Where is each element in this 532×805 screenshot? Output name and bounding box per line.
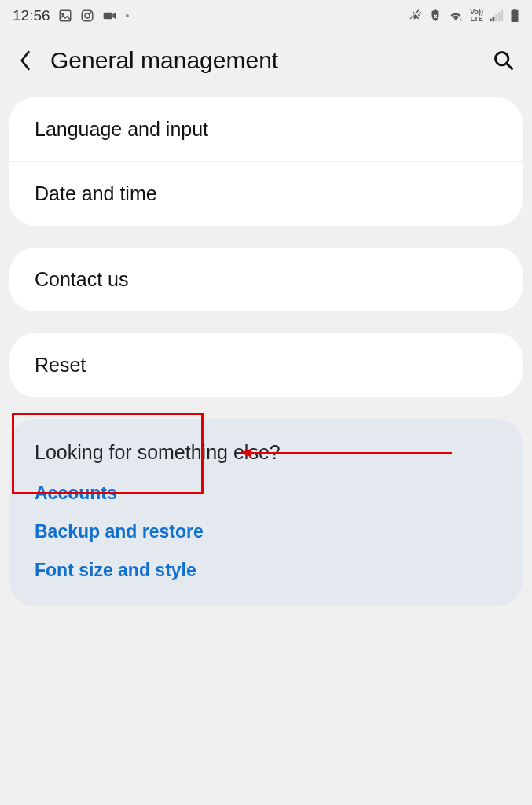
svg-point-1 xyxy=(61,13,63,15)
instagram-icon xyxy=(80,9,94,23)
contact-us-item[interactable]: Contact us xyxy=(9,248,523,311)
svg-rect-10 xyxy=(498,13,501,22)
battery-icon xyxy=(510,9,519,23)
video-icon xyxy=(102,9,118,23)
page-title: General management xyxy=(50,47,475,74)
status-left: 12:56 • xyxy=(13,7,129,24)
status-right: + Vo)) LTE xyxy=(409,9,519,23)
status-time: 12:56 xyxy=(13,7,50,24)
vibrate-icon xyxy=(409,9,423,23)
suggestions-card: Looking for something else? Accounts Bac… xyxy=(9,419,523,606)
signal-icon xyxy=(490,9,504,22)
lte-indicator: Vo)) LTE xyxy=(470,9,483,23)
svg-rect-12 xyxy=(513,9,516,10)
svg-rect-8 xyxy=(493,17,495,21)
status-bar: 12:56 • + Vo)) LTE xyxy=(0,0,532,31)
chevron-left-icon xyxy=(19,50,31,71)
svg-text:+: + xyxy=(460,17,463,23)
svg-point-4 xyxy=(90,12,91,13)
svg-rect-5 xyxy=(103,13,112,19)
search-icon xyxy=(493,50,515,72)
suggestion-backup[interactable]: Backup and restore xyxy=(35,521,497,542)
date-time-item[interactable]: Date and time xyxy=(9,162,523,226)
svg-rect-11 xyxy=(501,10,503,21)
suggestions-title: Looking for something else? xyxy=(35,441,497,464)
language-input-item[interactable]: Language and input xyxy=(9,97,523,162)
suggestion-font[interactable]: Font size and style xyxy=(35,560,497,581)
dot-icon: • xyxy=(126,9,130,22)
header: General management xyxy=(0,31,532,97)
svg-point-3 xyxy=(85,13,90,18)
gallery-icon xyxy=(58,9,72,23)
settings-group-1: Language and input Date and time xyxy=(9,97,523,226)
wifi-icon: + xyxy=(448,9,464,22)
data-saver-icon xyxy=(429,9,442,23)
suggestion-accounts[interactable]: Accounts xyxy=(35,483,497,504)
search-button[interactable] xyxy=(491,48,516,73)
svg-rect-0 xyxy=(60,10,71,21)
svg-rect-7 xyxy=(490,19,492,22)
svg-rect-14 xyxy=(512,13,517,22)
reset-item[interactable]: Reset xyxy=(9,333,523,397)
svg-rect-9 xyxy=(495,14,497,21)
back-button[interactable] xyxy=(16,51,35,70)
